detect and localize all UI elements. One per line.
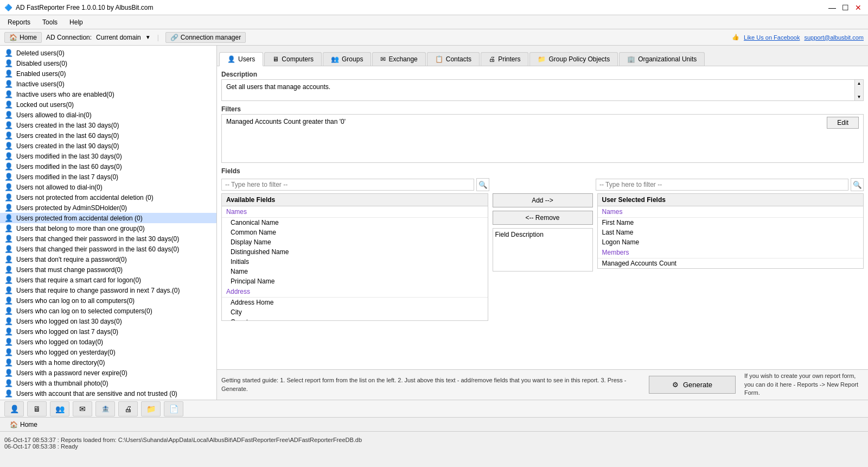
field-item[interactable]: Principal Name xyxy=(222,276,488,286)
sidebar-item[interactable]: 👤Users created in the last 60 days(0) xyxy=(0,130,216,141)
home-tab-item[interactable]: 🏠 Home xyxy=(4,420,43,430)
maximize-btn[interactable]: ☐ xyxy=(840,2,851,13)
sidebar-item[interactable]: 👤Users created in the last 90 days(0) xyxy=(0,141,216,151)
field-item[interactable]: Address Home xyxy=(222,298,488,307)
connection-manager-button[interactable]: 🔗 Connection manager xyxy=(165,32,246,43)
selected-field-item[interactable]: Managed Accounts Count xyxy=(598,258,864,268)
sidebar-item[interactable]: 👤Users modified in the last 30 days(0) xyxy=(0,151,216,161)
sidebar-item[interactable]: 👤Users that require a smart card for log… xyxy=(0,275,216,285)
sidebar-item[interactable]: 👤Users who can log on to all computers(0… xyxy=(0,295,216,306)
sidebar-item[interactable]: 👤Users with a home directory(0) xyxy=(0,357,216,368)
scroll-up-icon[interactable]: ▲ xyxy=(857,81,861,86)
tab-contacts[interactable]: 📋Contacts xyxy=(427,52,480,66)
field-item[interactable]: City xyxy=(222,307,488,317)
user-sidebar-icon: 👤 xyxy=(4,162,13,171)
sidebar-item[interactable]: 👤Inactive users(0) xyxy=(0,79,216,89)
selected-field-item[interactable]: First Name xyxy=(598,218,864,228)
sidebar-item[interactable]: 👤Users allowed to dial-in(0) xyxy=(0,110,216,120)
scroll-down-icon[interactable]: ▼ xyxy=(857,94,861,99)
sidebar-item[interactable]: 👤Users that belong to more than one grou… xyxy=(0,223,216,234)
sidebar-item[interactable]: 👤Users that changed their password in th… xyxy=(0,244,216,254)
selected-field-item[interactable]: Last Name xyxy=(598,228,864,237)
sidebar-item[interactable]: 👤Users with account that are sensitive a… xyxy=(0,388,216,399)
sidebar-item-label: Locked out users(0) xyxy=(16,101,74,109)
nav-computers-icon[interactable]: 🖥 xyxy=(27,401,47,416)
tab-label-ou: Organizational Units xyxy=(638,55,697,63)
description-scrollbar[interactable]: ▲ ▼ xyxy=(854,80,863,100)
sidebar-item[interactable]: 👤Enabled users(0) xyxy=(0,68,216,79)
sidebar-item[interactable]: 👤Users modified in the last 60 days(0) xyxy=(0,161,216,172)
nav-gpo-icon[interactable]: 📁 xyxy=(141,401,161,416)
sidebar-item[interactable]: 👤Users not protected from accidental del… xyxy=(0,192,216,203)
field-item[interactable]: Initials xyxy=(222,257,488,267)
close-btn[interactable]: ✕ xyxy=(853,2,864,13)
menu-help[interactable]: Help xyxy=(64,17,88,27)
selected-field-item[interactable]: Logon Name xyxy=(598,237,864,247)
tab-gpo[interactable]: 📁Group Policy Objects xyxy=(529,52,618,66)
nav-exchange-icon[interactable]: ✉ xyxy=(73,401,92,416)
sidebar-item[interactable]: 👤Inactive users who are enabled(0) xyxy=(0,89,216,99)
sidebar-item[interactable]: 👤Disabled users(0) xyxy=(0,58,216,68)
sidebar-item[interactable]: 👤Users protected from accidental deletio… xyxy=(0,213,216,223)
facebook-icon: 👍 xyxy=(732,34,739,41)
add-field-button[interactable]: Add --> xyxy=(493,193,593,207)
sidebar-item[interactable]: 👤Users that require to change password i… xyxy=(0,285,216,295)
right-filter-search-btn[interactable]: 🔍 xyxy=(851,178,864,191)
sidebar-item[interactable]: 👤Users who logged on last 7 days(0) xyxy=(0,326,216,337)
edit-filter-button[interactable]: Edit xyxy=(827,117,859,129)
minimize-btn[interactable]: — xyxy=(827,2,838,13)
sidebar-item[interactable]: 👤Users who logged on last 30 days(0) xyxy=(0,316,216,326)
field-item[interactable]: Name xyxy=(222,267,488,276)
right-filter-input[interactable] xyxy=(596,179,848,191)
domain-dropdown-icon[interactable]: ▼ xyxy=(145,34,151,40)
sidebar-item[interactable]: 👤Users not allowed to dial-in(0) xyxy=(0,182,216,192)
sidebar-item[interactable]: 👤Users created in the last 30 days(0) xyxy=(0,120,216,130)
sidebar-item[interactable]: 👤Users with a thumbnail photo(0) xyxy=(0,378,216,388)
sidebar-item[interactable]: 👤Users who can log on to selected comput… xyxy=(0,306,216,316)
tab-label-contacts: Contacts xyxy=(446,55,471,63)
field-item[interactable]: Country xyxy=(222,317,488,320)
sidebar-item-label: Deleted users(0) xyxy=(16,49,65,57)
field-item[interactable]: Distinguished Name xyxy=(222,247,488,257)
remove-field-button[interactable]: <-- Remove xyxy=(493,211,593,225)
tab-exchange[interactable]: ✉Exchange xyxy=(372,52,425,66)
sidebar-item[interactable]: 👤Users that don't require a password(0) xyxy=(0,254,216,264)
support-email-link[interactable]: support@albusbit.com xyxy=(804,34,864,41)
sidebar-item[interactable]: 👤Users with a password never expire(0) xyxy=(0,368,216,378)
field-item[interactable]: Display Name xyxy=(222,237,488,247)
nav-printers-icon[interactable]: 🖨 xyxy=(118,401,138,416)
tab-computers[interactable]: 🖥Computers xyxy=(264,52,322,66)
sidebar-item[interactable]: 👤Deleted users(0) xyxy=(0,48,216,58)
sidebar-item[interactable]: 👤Users modified in the last 7 days(0) xyxy=(0,172,216,182)
toolbar-left: 🏠 Home AD Connection: Current domain ▼ |… xyxy=(4,32,246,43)
tab-groups[interactable]: 👥Groups xyxy=(323,52,371,66)
generate-button[interactable]: ⚙ Generate xyxy=(649,376,736,394)
sidebar-item[interactable]: 👤Users that must change password(0) xyxy=(0,264,216,275)
user-sidebar-icon: 👤 xyxy=(4,142,13,150)
like-facebook-link[interactable]: Like Us on Facebook xyxy=(744,34,800,41)
sidebar-item[interactable]: 👤Locked out users(0) xyxy=(0,99,216,110)
left-filter-search-btn[interactable]: 🔍 xyxy=(476,178,489,191)
menu-tools[interactable]: Tools xyxy=(37,17,63,27)
sidebar-item[interactable]: 👤Users who logged on today(0) xyxy=(0,337,216,347)
tab-users[interactable]: 👤Users xyxy=(219,52,263,66)
user-sidebar-icon: 👤 xyxy=(4,296,13,305)
nav-contacts-icon[interactable]: 🏦 xyxy=(95,401,115,416)
field-item[interactable]: Common Name xyxy=(222,228,488,237)
sidebar-item[interactable]: 👤Users that changed their password in th… xyxy=(0,234,216,244)
nav-ou-icon[interactable]: 📄 xyxy=(164,401,183,416)
sidebar-item[interactable]: 👤Users who logged on yesterday(0) xyxy=(0,347,216,357)
left-filter-input[interactable] xyxy=(221,179,474,191)
menu-reports[interactable]: Reports xyxy=(2,17,36,27)
nav-groups-icon[interactable]: 👥 xyxy=(50,401,69,416)
nav-users-icon[interactable]: 👤 xyxy=(4,401,24,416)
field-description-label: Field Description xyxy=(495,231,544,238)
tab-printers[interactable]: 🖨Printers xyxy=(481,52,528,66)
home-button[interactable]: 🏠 Home xyxy=(4,32,42,43)
tab-ou[interactable]: 🏢Organizational Units xyxy=(619,52,705,66)
field-item[interactable]: Canonical Name xyxy=(222,218,488,228)
sidebar-item[interactable]: 👤Users protected by AdminSDHolder(0) xyxy=(0,203,216,213)
user-sidebar-icon: 👤 xyxy=(4,245,13,253)
selected-fields-panel: User Selected Fields NamesFirst NameLast… xyxy=(597,193,864,269)
home-tab-icon: 🏠 xyxy=(10,421,18,428)
